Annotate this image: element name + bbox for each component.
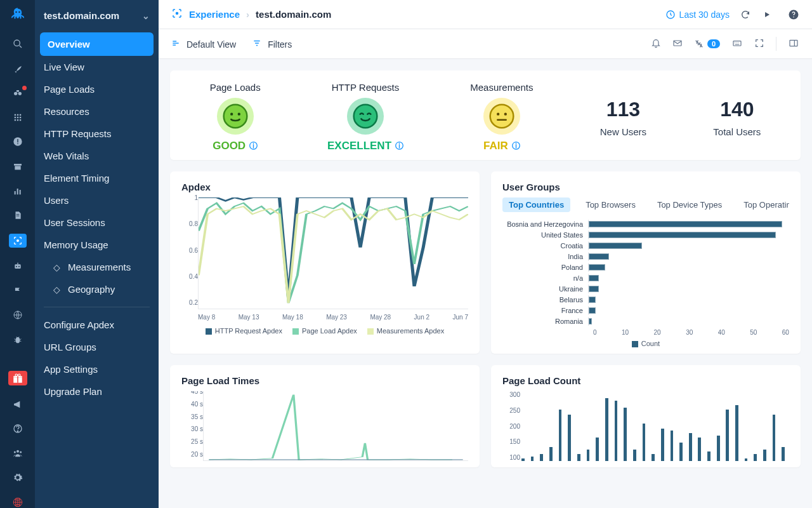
rocket-icon[interactable] (10, 63, 25, 75)
target-icon (171, 8, 183, 21)
sidebar-item-configure-apdex[interactable]: Configure Apdex (35, 314, 159, 336)
sidebar-item-web-vitals[interactable]: Web Vitals (35, 145, 159, 167)
topbar: Experience › test.domain.com Last 30 day… (159, 0, 812, 29)
info-icon[interactable]: ⓘ (395, 140, 403, 152)
svg-rect-21 (16, 214, 19, 215)
list-icon (171, 39, 183, 50)
sidebar-item-measurements[interactable]: ◇Measurements (35, 256, 159, 278)
doc-icon[interactable] (10, 210, 25, 222)
divider (44, 307, 150, 307)
link-count[interactable]: 0 (694, 39, 720, 49)
sidebar-item-user-sessions[interactable]: User Sessions (35, 211, 159, 234)
tab-top-browsers[interactable]: Top Browsers (579, 197, 642, 212)
logo-octopus[interactable] (8, 6, 27, 25)
main: Experience › test.domain.com Last 30 day… (159, 0, 812, 508)
robot-icon[interactable] (10, 260, 25, 272)
svg-rect-19 (16, 189, 18, 194)
sidebar-item-upgrade-plan[interactable]: Upgrade Plan (35, 380, 159, 403)
svg-rect-22 (16, 216, 19, 217)
bar-row: n/a (502, 272, 789, 283)
svg-point-34 (18, 374, 20, 376)
chart-page-load-count[interactable]: 300250200150100 (502, 391, 789, 461)
svg-rect-14 (17, 139, 18, 142)
filters-button[interactable]: Filters (252, 39, 292, 50)
svg-rect-17 (15, 166, 20, 170)
play-icon[interactable] (761, 9, 773, 20)
world-icon[interactable] (10, 497, 25, 508)
megaphone-icon[interactable] (10, 398, 25, 410)
bar-row: Ukraine (502, 283, 789, 294)
status-page-loads: Page Loads GOOD ⓘ (210, 82, 261, 152)
face-excellent-icon (347, 98, 384, 135)
chart-apdex[interactable]: 10.80.60.40.2 May 8May 13May 18May 23May… (181, 197, 468, 324)
svg-rect-6 (19, 114, 20, 116)
svg-point-1 (14, 92, 17, 95)
keyboard-icon[interactable] (731, 38, 743, 50)
svg-point-41 (176, 13, 178, 15)
globe-icon[interactable] (10, 309, 25, 321)
tab-top-device-types[interactable]: Top Device Types (651, 197, 728, 212)
sidebar-item-live-view[interactable]: Live View (35, 56, 159, 78)
chevron-down-icon: ⌄ (142, 11, 150, 21)
breadcrumb: Experience › test.domain.com (171, 8, 331, 21)
info-icon[interactable]: ⓘ (512, 140, 520, 152)
mail-icon[interactable] (672, 38, 683, 50)
sidebar-item-http-requests[interactable]: HTTP Requests (35, 123, 159, 145)
refresh-icon[interactable] (740, 9, 751, 20)
archive-icon[interactable] (10, 161, 25, 173)
face-good-icon (217, 98, 254, 135)
default-view-button[interactable]: Default View (171, 39, 236, 50)
chart-page-load-times[interactable]: 45 s40 s35 s30 s25 s20 s (181, 391, 468, 461)
fullscreen-icon[interactable] (754, 38, 764, 50)
sidebar-item-element-timing[interactable]: Element Timing (35, 167, 159, 189)
sidebar-item-resources[interactable]: Resources (35, 100, 159, 123)
sidebar-item-geography[interactable]: ◇Geography (35, 278, 159, 300)
team-icon[interactable] (10, 447, 25, 459)
sidebar-item-app-settings[interactable]: App Settings (35, 358, 159, 380)
tab-top-countries[interactable]: Top Countries (502, 197, 570, 212)
alert-icon[interactable] (10, 136, 25, 148)
sidebar-item-users[interactable]: Users (35, 189, 159, 211)
sidebar-item-memory-usage[interactable]: Memory Usage (35, 234, 159, 256)
svg-rect-12 (19, 119, 20, 121)
svg-point-48 (223, 105, 247, 128)
card-apdex: Apdex 10.80.60.40.2 May 8May 13May 18May… (170, 171, 480, 354)
time-range-picker[interactable]: Last 30 days (665, 10, 730, 20)
svg-point-33 (15, 374, 17, 376)
breadcrumb-page: test.domain.com (256, 9, 331, 20)
svg-point-39 (20, 451, 22, 453)
svg-point-2 (18, 92, 21, 95)
apps-icon[interactable] (10, 112, 25, 124)
svg-point-36 (17, 431, 18, 432)
chart-icon[interactable] (10, 185, 25, 197)
help-icon[interactable] (10, 423, 25, 435)
bar-row: United States (502, 229, 789, 240)
svg-rect-27 (17, 263, 18, 265)
panel-toggle-icon[interactable] (788, 38, 799, 50)
svg-rect-11 (16, 119, 18, 121)
bell-icon[interactable] (651, 38, 661, 50)
bar-row: France (502, 305, 789, 316)
chart-user-groups[interactable]: Bosnia and HerzegovinaUnited StatesCroat… (502, 218, 789, 326)
svg-rect-46 (733, 41, 741, 45)
sidebar-item-page-loads[interactable]: Page Loads (35, 78, 159, 100)
svg-point-51 (354, 105, 377, 128)
bar-row: Belarus (502, 294, 789, 305)
info-icon[interactable]: ⓘ (249, 140, 258, 152)
help-icon[interactable] (788, 9, 799, 20)
card-page-load-times: Page Load Times 45 s40 s35 s30 s25 s20 s (170, 365, 480, 467)
sidebar-item-url-groups[interactable]: URL Groups (35, 336, 159, 358)
sidebar-item-overview[interactable]: Overview (40, 32, 154, 56)
tab-top-operating-systems[interactable]: Top Operating Systems (737, 197, 789, 212)
search-icon[interactable] (10, 38, 25, 50)
sidebar-header[interactable]: test.domain.com ⌄ (35, 4, 159, 32)
bug-icon[interactable] (10, 334, 25, 346)
settings-icon[interactable] (10, 472, 25, 484)
gift-icon[interactable] (8, 371, 27, 385)
binoculars-icon[interactable] (10, 87, 25, 99)
flag-icon[interactable] (10, 285, 25, 297)
bar-row: Bosnia and Herzegovina (502, 218, 789, 229)
svg-point-53 (497, 113, 499, 116)
target-icon[interactable] (9, 234, 27, 248)
breadcrumb-section[interactable]: Experience (189, 9, 240, 20)
